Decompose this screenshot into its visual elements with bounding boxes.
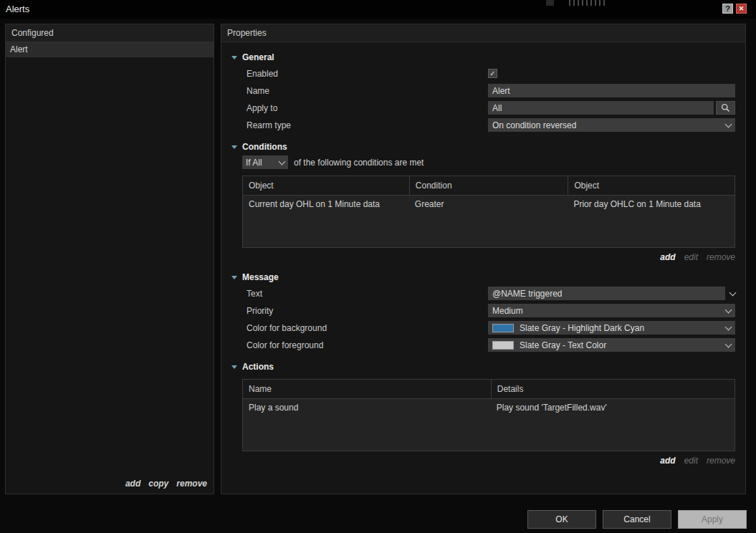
table-row[interactable]: Current day OHL on 1 Minute data Greater… (243, 196, 735, 213)
section-actions[interactable]: Actions (231, 361, 735, 373)
edit-action-link[interactable]: edit (684, 456, 698, 466)
section-conditions[interactable]: Conditions (231, 141, 735, 153)
rearm-type-dropdown[interactable]: On condition reversed (488, 118, 735, 132)
background-color-dropdown[interactable]: Slate Gray - Highlight Dark Cyan (488, 321, 735, 335)
priority-row: Priority Medium (247, 304, 735, 317)
conditions-table: Object Condition Object Current day OHL … (242, 176, 735, 248)
help-button[interactable]: ? (722, 4, 733, 14)
condition-object-1-cell: Current day OHL on 1 Minute data (243, 196, 409, 213)
properties-panel: Properties General Enabled ✓ Name (221, 24, 746, 494)
section-general-title: General (242, 52, 274, 62)
actions-col-details: Details (491, 380, 735, 398)
message-text-dropdown-button[interactable] (725, 290, 735, 297)
action-details-cell: Play sound 'TargetFilled.wav' (491, 399, 735, 416)
enabled-label: Enabled (247, 69, 488, 79)
conditions-col-object-2: Object (568, 176, 735, 195)
background-color-swatch (492, 324, 514, 332)
actions-links: add edit remove (231, 456, 735, 466)
enabled-row: Enabled ✓ (247, 67, 735, 80)
alerts-dialog: Alerts ? ✕ Configured Alert add copy rem… (0, 0, 756, 533)
add-condition-link[interactable]: add (660, 252, 675, 262)
apply-button[interactable]: Apply (678, 510, 747, 529)
name-input[interactable] (488, 84, 735, 97)
window-title: Alerts (6, 4, 29, 14)
enabled-checkbox[interactable]: ✓ (488, 69, 497, 78)
priority-value: Medium (492, 306, 722, 316)
foreground-color-swatch (492, 341, 514, 350)
foreground-color-label: Color for foreground (247, 340, 488, 350)
check-icon: ✓ (489, 69, 495, 77)
section-conditions-title: Conditions (242, 142, 287, 152)
remove-alert-link[interactable]: remove (176, 479, 207, 489)
cancel-button[interactable]: Cancel (603, 510, 671, 529)
close-button[interactable]: ✕ (736, 4, 747, 14)
actions-table-header: Name Details (243, 380, 735, 399)
edit-condition-link[interactable]: edit (684, 252, 698, 262)
background-color-row: Color for background Slate Gray - Highli… (247, 321, 735, 335)
collapse-arrow-icon (231, 56, 237, 59)
conditions-table-header: Object Condition Object (243, 176, 735, 196)
condition-object-2-cell: Prior day OHLC on 1 Minute data (568, 196, 735, 213)
background-color-value: Slate Gray - Highlight Dark Cyan (520, 323, 722, 333)
apply-to-row: Apply to (247, 101, 735, 115)
section-actions-title: Actions (242, 362, 274, 372)
message-text-label: Text (247, 289, 488, 299)
name-row: Name (247, 84, 735, 97)
configured-links: add copy remove (125, 479, 207, 489)
titlebar: Alerts ? ✕ (0, 0, 756, 19)
copy-alert-link[interactable]: copy (148, 479, 168, 489)
chevron-down-icon (725, 307, 732, 314)
configured-list: Alert (6, 42, 214, 57)
close-icon: ✕ (739, 5, 745, 12)
conditions-table-body: Current day OHL on 1 Minute data Greater… (243, 196, 735, 247)
section-general[interactable]: General (231, 52, 735, 63)
chevron-down-icon (725, 324, 732, 331)
rearm-type-value: On condition reversed (492, 120, 722, 130)
help-icon: ? (725, 4, 730, 13)
chevron-down-icon (279, 158, 286, 165)
actions-col-name: Name (243, 380, 491, 398)
section-message-title: Message (242, 272, 279, 282)
foreground-color-dropdown[interactable]: Slate Gray - Text Color (488, 338, 735, 352)
apply-to-input[interactable] (488, 101, 714, 115)
conditions-col-condition: Condition (409, 176, 568, 195)
remove-action-link[interactable]: remove (707, 456, 735, 466)
conditions-col-object-1: Object (243, 176, 409, 195)
configured-header: Configured (6, 24, 214, 42)
foreground-color-value: Slate Gray - Text Color (520, 340, 722, 350)
add-alert-link[interactable]: add (125, 479, 140, 489)
background-window-fragment (546, 0, 554, 6)
collapse-arrow-icon (231, 276, 237, 279)
apply-to-label: Apply to (247, 103, 488, 113)
section-message[interactable]: Message (231, 272, 735, 283)
priority-label: Priority (247, 306, 488, 316)
apply-to-search-button[interactable] (716, 101, 735, 115)
collapse-arrow-icon (231, 145, 237, 149)
remove-condition-link[interactable]: remove (707, 252, 735, 262)
table-row[interactable]: Play a sound Play sound 'TargetFilled.wa… (243, 399, 735, 416)
name-label: Name (247, 86, 488, 96)
list-item-alert[interactable]: Alert (6, 42, 214, 57)
background-window-fragment (569, 0, 606, 6)
ok-button[interactable]: OK (527, 510, 596, 529)
conditions-match-line: If All of the following conditions are m… (242, 155, 735, 169)
conditions-match-dropdown[interactable]: If All (242, 155, 288, 169)
chevron-down-icon (729, 289, 736, 297)
message-text-row: Text (247, 287, 735, 300)
conditions-links: add edit remove (231, 252, 735, 262)
chevron-down-icon (725, 341, 732, 348)
rearm-type-label: Rearm type (247, 120, 488, 130)
background-color-label: Color for background (247, 323, 488, 333)
properties-content: General Enabled ✓ Name Apply to (221, 52, 745, 466)
add-action-link[interactable]: add (660, 456, 675, 466)
titlebar-buttons: ? ✕ (722, 4, 747, 14)
actions-table: Name Details Play a sound Play sound 'Ta… (242, 379, 735, 451)
properties-header: Properties (221, 24, 745, 42)
actions-table-body: Play a sound Play sound 'TargetFilled.wa… (243, 399, 735, 451)
chevron-down-icon (725, 121, 732, 128)
rearm-type-row: Rearm type On condition reversed (247, 118, 735, 132)
priority-dropdown[interactable]: Medium (488, 304, 735, 317)
collapse-arrow-icon (231, 365, 237, 369)
message-text-input[interactable] (488, 287, 725, 300)
action-name-cell: Play a sound (243, 399, 491, 416)
